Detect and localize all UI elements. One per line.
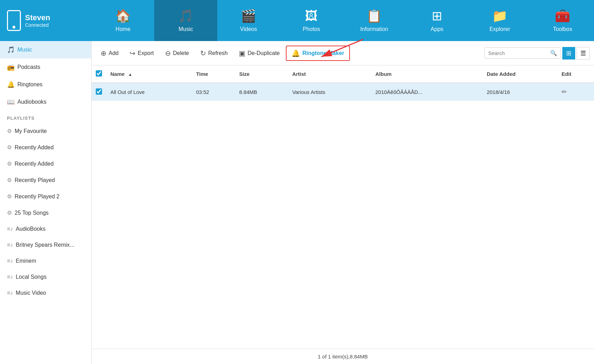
sidebar-podcasts-icon: 📻 [7, 63, 15, 71]
nav-item-photos[interactable]: 🖼 Photos [280, 0, 343, 41]
sidebar-playlist-recently-played-2[interactable]: ⚙ Recently Played 2 [0, 188, 91, 205]
nav-label-home: Home [116, 26, 131, 32]
sidebar-ringtones-icon: 🔔 [7, 81, 15, 88]
delete-icon: ⊖ [165, 49, 171, 57]
delete-button[interactable]: ⊖ Delete [160, 46, 194, 60]
playlist-label: Britney Spears Remix... [16, 242, 74, 248]
top-nav: Steven Connected 🏠 Home 🎵 Music 🎬 Videos… [0, 0, 594, 41]
grid-icon: ⊞ [566, 50, 571, 57]
playlist-gear-icon: ⚙ [7, 160, 12, 167]
home-icon: 🏠 [115, 9, 131, 23]
row-album: 2010ÄêõÔÂÀÄÅD... [371, 83, 483, 101]
apps-icon: ⊞ [432, 9, 442, 23]
grid-view-button[interactable]: ⊞ [562, 47, 575, 60]
refresh-button[interactable]: ↻ Refresh [195, 46, 233, 60]
sidebar-podcasts-label: Podcasts [17, 64, 40, 70]
row-artist: Various Artists [288, 83, 371, 101]
playlist-label: Recently Added [15, 161, 54, 167]
sidebar-playlist-recently-added-1[interactable]: ⚙ Recently Added [0, 139, 91, 156]
header-edit: Edit [557, 65, 594, 83]
sidebar-playlist-eminem[interactable]: ≡♪ Eminem [0, 253, 91, 269]
deduplicate-button[interactable]: ▣ De-Duplicate [234, 46, 284, 60]
sidebar-item-audiobooks[interactable]: 📖 Audiobooks [0, 93, 91, 111]
sidebar-playlist-my-favourite[interactable]: ⚙ My Favourite [0, 123, 91, 139]
deduplicate-icon: ▣ [239, 49, 245, 57]
add-button[interactable]: ⊕ Add [96, 46, 123, 60]
delete-label: Delete [173, 50, 189, 56]
export-button[interactable]: ↪ Export [125, 46, 158, 60]
nav-item-information[interactable]: 📋 Information [343, 0, 406, 41]
nav-label-explorer: Explorer [490, 26, 510, 32]
sidebar-playlist-recently-added-2[interactable]: ⚙ Recently Added [0, 156, 91, 172]
nav-item-home[interactable]: 🏠 Home [92, 0, 154, 41]
list-icon: ☰ [580, 50, 586, 57]
refresh-label: Refresh [208, 50, 228, 56]
header-date-added: Date Added [483, 65, 557, 83]
nav-label-videos: Videos [240, 26, 257, 32]
nav-label-apps: Apps [431, 26, 443, 32]
sidebar-audiobooks-icon: 📖 [7, 98, 15, 106]
sidebar-item-podcasts[interactable]: 📻 Podcasts [0, 58, 91, 76]
toolbox-icon: 🧰 [555, 9, 570, 23]
refresh-icon: ↻ [200, 49, 206, 57]
playlist-label: My Favourite [15, 128, 47, 134]
playlist-gear-icon: ⚙ [7, 209, 12, 216]
nav-item-music[interactable]: 🎵 Music [154, 0, 217, 41]
playlist-label: 25 Top Songs [15, 210, 49, 216]
sidebar-ringtones-label: Ringtones [17, 81, 42, 88]
playlist-music-icon: ≡♪ [7, 242, 13, 248]
row-checkbox[interactable] [96, 88, 102, 95]
table-container: Name ▲ Time Size Artist Album Date Added… [92, 65, 594, 349]
nav-item-apps[interactable]: ⊞ Apps [406, 0, 468, 41]
ringtone-label: Ringtone Maker [302, 50, 344, 56]
photos-icon: 🖼 [305, 9, 318, 23]
playlist-label: Music Video [16, 290, 46, 296]
header-album: Album [371, 65, 483, 83]
music-table: Name ▲ Time Size Artist Album Date Added… [92, 65, 594, 101]
header-artist: Artist [288, 65, 371, 83]
sidebar-playlist-britney[interactable]: ≡♪ Britney Spears Remix... [0, 237, 91, 253]
sidebar-playlist-recently-played[interactable]: ⚙ Recently Played [0, 172, 91, 188]
playlist-music-icon: ≡♪ [7, 290, 13, 296]
nav-item-explorer[interactable]: 📁 Explorer [468, 0, 531, 41]
sidebar-playlist-music-video[interactable]: ≡♪ Music Video [0, 285, 91, 301]
search-icon: 🔍 [550, 50, 557, 56]
playlist-label: Recently Played 2 [15, 193, 60, 200]
toolbar: ⊕ Add ↪ Export ⊖ Delete ↻ Refresh ▣ De [92, 41, 594, 65]
sidebar-playlist-local-songs[interactable]: ≡♪ Local Songs [0, 269, 91, 285]
export-label: Export [138, 50, 154, 56]
table-header-row: Name ▲ Time Size Artist Album Date Added… [92, 65, 594, 83]
search-input[interactable] [488, 50, 548, 56]
playlist-music-icon: ≡♪ [7, 274, 13, 280]
playlist-label: Eminem [16, 258, 36, 264]
nav-label-toolbox: Toolbox [553, 26, 572, 32]
nav-item-videos[interactable]: 🎬 Videos [217, 0, 280, 41]
playlist-gear-icon: ⚙ [7, 193, 12, 200]
main-layout: 🎵 Music 📻 Podcasts 🔔 Ringtones 📖 Audiobo… [0, 41, 594, 364]
playlists-header: PLAYLISTS [0, 111, 91, 123]
sidebar-item-ringtones[interactable]: 🔔 Ringtones [0, 76, 91, 93]
edit-button[interactable]: ✏ [562, 88, 567, 96]
sidebar-playlist-audiobooks[interactable]: ≡♪ AudioBooks [0, 221, 91, 237]
device-info: Steven Connected [0, 0, 92, 41]
sidebar-playlist-25-top-songs[interactable]: ⚙ 25 Top Songs [0, 205, 91, 221]
device-name: Steven [25, 13, 50, 22]
header-time: Time [192, 65, 235, 83]
nav-label-information: Information [360, 26, 388, 32]
select-all-checkbox[interactable] [96, 70, 102, 77]
row-edit-cell: ✏ [557, 83, 594, 101]
playlist-label: Recently Added [15, 144, 54, 151]
export-icon: ↪ [130, 49, 135, 57]
row-size: 8.84MB [235, 83, 288, 101]
add-icon: ⊕ [101, 49, 107, 57]
list-view-button[interactable]: ☰ [577, 47, 590, 60]
sidebar-music-label: Music [17, 47, 32, 53]
sidebar-item-music[interactable]: 🎵 Music [0, 41, 91, 58]
playlist-gear-icon: ⚙ [7, 144, 12, 151]
row-time: 03:52 [192, 83, 235, 101]
nav-item-toolbox[interactable]: 🧰 Toolbox [531, 0, 594, 41]
add-label: Add [109, 50, 118, 56]
sort-icon: ▲ [128, 72, 132, 77]
header-checkbox-cell [92, 65, 106, 83]
ringtone-maker-button[interactable]: 🔔 Ringtone Maker [286, 46, 350, 61]
